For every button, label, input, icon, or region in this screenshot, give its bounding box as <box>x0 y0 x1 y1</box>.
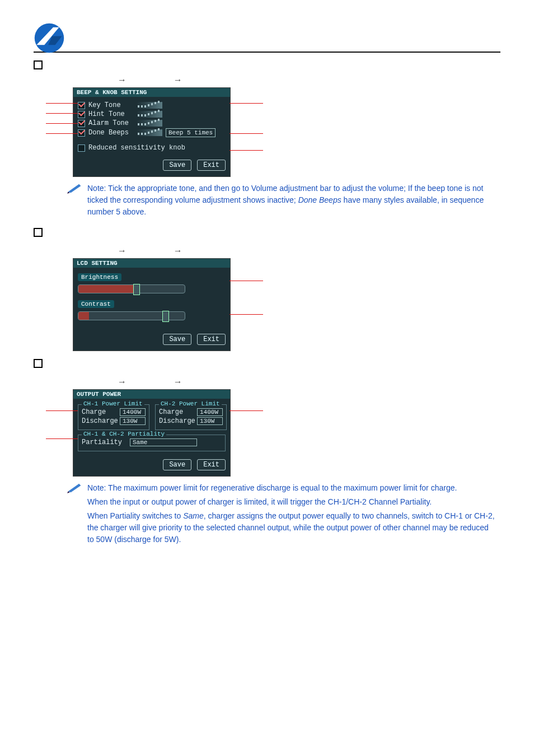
panel-title: OUTPUT POWER <box>73 390 230 399</box>
breadcrumb: → → <box>95 246 500 256</box>
save-button[interactable]: Save <box>163 459 191 470</box>
ch1-charge-value[interactable]: 1400W <box>120 408 146 416</box>
charge-label: Charge <box>159 408 194 416</box>
done-beeps-checkbox[interactable] <box>78 129 85 137</box>
key-tone-label: Key Tone <box>88 101 133 109</box>
key-tone-volume[interactable] <box>137 102 162 109</box>
note-icon <box>67 482 82 493</box>
partiality-legend: CH-1 & CH-2 Partiality <box>82 431 166 437</box>
save-button[interactable]: Save <box>163 160 191 171</box>
output-power-panel: OUTPUT POWER CH-1 Power Limit Charge 140… <box>73 389 231 477</box>
panel-title: LCD SETTING <box>73 259 230 268</box>
section-bullet <box>34 228 43 237</box>
alarm-tone-checkbox[interactable] <box>78 120 85 127</box>
partiality-label: Partiality <box>82 438 127 446</box>
ch2-discharge-value[interactable]: 130W <box>197 417 223 425</box>
header-divider <box>34 52 500 53</box>
section-bullet <box>34 60 43 69</box>
exit-button[interactable]: Exit <box>197 459 226 470</box>
brand-logo-icon <box>34 22 65 54</box>
reduced-sensitivity-checkbox[interactable] <box>78 144 85 152</box>
discharge-label: Discharge <box>82 417 116 425</box>
ch1-power-limit-group: CH-1 Power Limit Charge 1400W Discharge … <box>78 404 149 430</box>
reduced-sensitivity-label: Reduced sensitivity knob <box>88 144 185 152</box>
note-text: Note: The maximum power limit for regene… <box>87 482 495 545</box>
breadcrumb: → → <box>95 377 500 387</box>
hint-tone-label: Hint Tone <box>88 110 133 118</box>
breadcrumb: → → <box>95 75 500 85</box>
contrast-slider[interactable] <box>78 311 185 320</box>
exit-button[interactable]: Exit <box>197 160 226 171</box>
alarm-tone-volume[interactable] <box>137 120 162 127</box>
done-beeps-value[interactable]: Beep 5 times <box>166 128 216 137</box>
ch1-legend: CH-1 Power Limit <box>82 400 144 407</box>
brightness-label: Brightness <box>78 273 121 281</box>
hint-tone-volume[interactable] <box>137 111 162 118</box>
save-button[interactable]: Save <box>163 334 191 345</box>
discharge-label: Discharge <box>159 417 194 425</box>
ch2-legend: CH-2 Power Limit <box>159 400 222 407</box>
done-beeps-label: Done Beeps <box>88 129 133 137</box>
alarm-tone-label: Alarm Tone <box>88 119 133 127</box>
note-icon <box>67 183 82 194</box>
key-tone-checkbox[interactable] <box>78 102 85 109</box>
ch2-charge-value[interactable]: 1400W <box>197 408 223 416</box>
hint-tone-checkbox[interactable] <box>78 111 85 118</box>
charge-label: Charge <box>82 408 116 416</box>
contrast-label: Contrast <box>78 300 114 308</box>
ch1-discharge-value[interactable]: 130W <box>120 417 146 425</box>
partiality-group: CH-1 & CH-2 Partiality Partiality Same <box>78 435 226 451</box>
section-bullet <box>34 359 43 368</box>
ch2-power-limit-group: CH-2 Power Limit Charge 1400W Discharge … <box>155 404 227 430</box>
panel-title: BEEP & KNOB SETTING <box>73 88 230 97</box>
partiality-value[interactable]: Same <box>130 438 197 446</box>
note-text: Note: Tick the appropriate tone, and the… <box>87 183 495 218</box>
done-beeps-volume[interactable] <box>137 129 162 136</box>
brightness-slider[interactable] <box>78 284 185 293</box>
beep-knob-panel: BEEP & KNOB SETTING Key Tone Hint Tone A… <box>73 87 231 177</box>
exit-button[interactable]: Exit <box>197 334 226 345</box>
lcd-setting-panel: LCD SETTING Brightness Contrast Save Exi… <box>73 258 231 351</box>
